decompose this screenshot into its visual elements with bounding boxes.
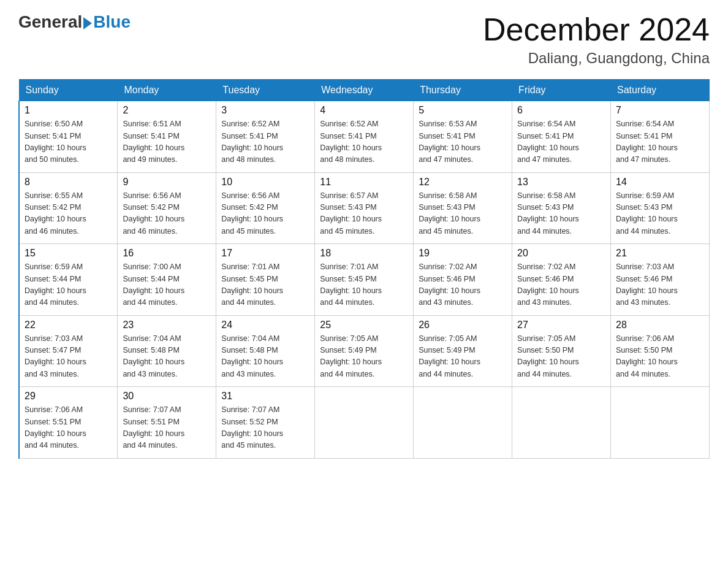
day-info: Sunrise: 7:05 AM Sunset: 5:49 PM Dayligh…	[320, 333, 408, 381]
calendar-week-row: 15Sunrise: 6:59 AM Sunset: 5:44 PM Dayli…	[19, 244, 710, 316]
calendar-day-cell	[611, 387, 710, 459]
calendar-day-cell	[414, 387, 512, 459]
calendar-day-cell: 19Sunrise: 7:02 AM Sunset: 5:46 PM Dayli…	[414, 244, 512, 316]
calendar-day-cell: 2Sunrise: 6:51 AM Sunset: 5:41 PM Daylig…	[118, 101, 216, 173]
page-header: General Blue December 2024 Daliang, Guan…	[18, 12, 710, 67]
day-of-week-header: Tuesday	[216, 80, 315, 101]
calendar-day-cell: 14Sunrise: 6:59 AM Sunset: 5:43 PM Dayli…	[611, 172, 710, 244]
day-info: Sunrise: 7:05 AM Sunset: 5:49 PM Dayligh…	[419, 333, 507, 381]
logo-general-text: General	[18, 12, 82, 32]
calendar-day-cell: 16Sunrise: 7:00 AM Sunset: 5:44 PM Dayli…	[118, 244, 216, 316]
day-info: Sunrise: 7:02 AM Sunset: 5:46 PM Dayligh…	[517, 261, 605, 309]
calendar-day-cell: 18Sunrise: 7:01 AM Sunset: 5:45 PM Dayli…	[315, 244, 414, 316]
day-info: Sunrise: 7:06 AM Sunset: 5:50 PM Dayligh…	[616, 333, 704, 381]
day-info: Sunrise: 7:01 AM Sunset: 5:45 PM Dayligh…	[320, 261, 408, 309]
calendar-day-cell: 9Sunrise: 6:56 AM Sunset: 5:42 PM Daylig…	[118, 172, 216, 244]
day-info: Sunrise: 7:06 AM Sunset: 5:51 PM Dayligh…	[25, 404, 112, 452]
calendar-day-cell: 12Sunrise: 6:58 AM Sunset: 5:43 PM Dayli…	[414, 172, 512, 244]
calendar-day-cell: 29Sunrise: 7:06 AM Sunset: 5:51 PM Dayli…	[19, 387, 118, 459]
calendar-week-row: 1Sunrise: 6:50 AM Sunset: 5:41 PM Daylig…	[19, 101, 710, 173]
day-number: 20	[517, 248, 605, 259]
day-info: Sunrise: 6:52 AM Sunset: 5:41 PM Dayligh…	[320, 118, 408, 166]
day-number: 9	[123, 177, 211, 188]
calendar-day-cell: 26Sunrise: 7:05 AM Sunset: 5:49 PM Dayli…	[414, 315, 512, 387]
day-of-week-header: Wednesday	[315, 80, 414, 101]
calendar-day-cell: 30Sunrise: 7:07 AM Sunset: 5:51 PM Dayli…	[118, 387, 216, 459]
day-number: 30	[123, 391, 211, 402]
calendar-week-row: 8Sunrise: 6:55 AM Sunset: 5:42 PM Daylig…	[19, 172, 710, 244]
day-number: 12	[419, 177, 507, 188]
day-info: Sunrise: 6:56 AM Sunset: 5:42 PM Dayligh…	[123, 190, 211, 238]
calendar-subtitle: Daliang, Guangdong, China	[483, 50, 710, 67]
day-number: 16	[123, 248, 211, 259]
day-number: 23	[123, 320, 211, 331]
calendar-table: SundayMondayTuesdayWednesdayThursdayFrid…	[18, 79, 710, 459]
day-info: Sunrise: 6:58 AM Sunset: 5:43 PM Dayligh…	[517, 190, 605, 238]
day-number: 31	[221, 391, 309, 402]
day-number: 18	[320, 248, 408, 259]
day-info: Sunrise: 7:04 AM Sunset: 5:48 PM Dayligh…	[221, 333, 309, 381]
calendar-week-row: 22Sunrise: 7:03 AM Sunset: 5:47 PM Dayli…	[19, 315, 710, 387]
calendar-header-row: SundayMondayTuesdayWednesdayThursdayFrid…	[19, 80, 710, 101]
day-info: Sunrise: 6:54 AM Sunset: 5:41 PM Dayligh…	[616, 118, 704, 166]
day-number: 15	[25, 248, 112, 259]
day-of-week-header: Sunday	[19, 80, 118, 101]
calendar-day-cell: 20Sunrise: 7:02 AM Sunset: 5:46 PM Dayli…	[512, 244, 611, 316]
calendar-day-cell: 23Sunrise: 7:04 AM Sunset: 5:48 PM Dayli…	[118, 315, 216, 387]
calendar-day-cell: 8Sunrise: 6:55 AM Sunset: 5:42 PM Daylig…	[19, 172, 118, 244]
day-number: 8	[25, 177, 112, 188]
day-number: 4	[320, 105, 408, 116]
day-number: 2	[123, 105, 211, 116]
day-info: Sunrise: 6:58 AM Sunset: 5:43 PM Dayligh…	[419, 190, 507, 238]
day-info: Sunrise: 7:05 AM Sunset: 5:50 PM Dayligh…	[517, 333, 605, 381]
calendar-day-cell: 31Sunrise: 7:07 AM Sunset: 5:52 PM Dayli…	[216, 387, 315, 459]
day-info: Sunrise: 6:59 AM Sunset: 5:43 PM Dayligh…	[616, 190, 704, 238]
day-number: 11	[320, 177, 408, 188]
calendar-day-cell: 4Sunrise: 6:52 AM Sunset: 5:41 PM Daylig…	[315, 101, 414, 173]
day-number: 6	[517, 105, 605, 116]
calendar-day-cell: 24Sunrise: 7:04 AM Sunset: 5:48 PM Dayli…	[216, 315, 315, 387]
calendar-day-cell: 21Sunrise: 7:03 AM Sunset: 5:46 PM Dayli…	[611, 244, 710, 316]
day-number: 28	[616, 320, 704, 331]
day-number: 7	[616, 105, 704, 116]
day-number: 14	[616, 177, 704, 188]
title-block: December 2024 Daliang, Guangdong, China	[483, 12, 710, 67]
day-info: Sunrise: 6:50 AM Sunset: 5:41 PM Dayligh…	[25, 118, 112, 166]
day-number: 22	[25, 320, 112, 331]
calendar-day-cell: 28Sunrise: 7:06 AM Sunset: 5:50 PM Dayli…	[611, 315, 710, 387]
calendar-day-cell: 3Sunrise: 6:52 AM Sunset: 5:41 PM Daylig…	[216, 101, 315, 173]
day-info: Sunrise: 7:02 AM Sunset: 5:46 PM Dayligh…	[419, 261, 507, 309]
calendar-day-cell: 7Sunrise: 6:54 AM Sunset: 5:41 PM Daylig…	[611, 101, 710, 173]
day-info: Sunrise: 7:04 AM Sunset: 5:48 PM Dayligh…	[123, 333, 211, 381]
calendar-day-cell: 6Sunrise: 6:54 AM Sunset: 5:41 PM Daylig…	[512, 101, 611, 173]
day-info: Sunrise: 6:56 AM Sunset: 5:42 PM Dayligh…	[221, 190, 309, 238]
day-info: Sunrise: 7:07 AM Sunset: 5:52 PM Dayligh…	[221, 404, 309, 452]
day-number: 17	[221, 248, 309, 259]
calendar-day-cell: 25Sunrise: 7:05 AM Sunset: 5:49 PM Dayli…	[315, 315, 414, 387]
day-number: 10	[221, 177, 309, 188]
day-number: 27	[517, 320, 605, 331]
logo-arrow-icon	[83, 17, 92, 29]
day-info: Sunrise: 6:51 AM Sunset: 5:41 PM Dayligh…	[123, 118, 211, 166]
logo: General Blue	[18, 12, 131, 32]
calendar-day-cell: 15Sunrise: 6:59 AM Sunset: 5:44 PM Dayli…	[19, 244, 118, 316]
calendar-day-cell	[315, 387, 414, 459]
day-info: Sunrise: 6:54 AM Sunset: 5:41 PM Dayligh…	[517, 118, 605, 166]
day-info: Sunrise: 7:03 AM Sunset: 5:46 PM Dayligh…	[616, 261, 704, 309]
day-info: Sunrise: 6:55 AM Sunset: 5:42 PM Dayligh…	[25, 190, 112, 238]
calendar-week-row: 29Sunrise: 7:06 AM Sunset: 5:51 PM Dayli…	[19, 387, 710, 459]
day-of-week-header: Saturday	[611, 80, 710, 101]
day-number: 21	[616, 248, 704, 259]
day-number: 13	[517, 177, 605, 188]
day-info: Sunrise: 7:01 AM Sunset: 5:45 PM Dayligh…	[221, 261, 309, 309]
day-info: Sunrise: 6:57 AM Sunset: 5:43 PM Dayligh…	[320, 190, 408, 238]
day-info: Sunrise: 6:52 AM Sunset: 5:41 PM Dayligh…	[221, 118, 309, 166]
calendar-day-cell: 1Sunrise: 6:50 AM Sunset: 5:41 PM Daylig…	[19, 101, 118, 173]
calendar-day-cell: 27Sunrise: 7:05 AM Sunset: 5:50 PM Dayli…	[512, 315, 611, 387]
day-info: Sunrise: 6:53 AM Sunset: 5:41 PM Dayligh…	[419, 118, 507, 166]
day-of-week-header: Friday	[512, 80, 611, 101]
day-number: 1	[25, 105, 112, 116]
day-number: 5	[419, 105, 507, 116]
day-info: Sunrise: 7:07 AM Sunset: 5:51 PM Dayligh…	[123, 404, 211, 452]
day-number: 26	[419, 320, 507, 331]
